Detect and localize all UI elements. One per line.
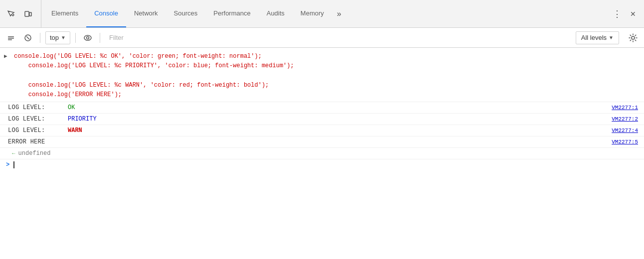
console-settings-icon[interactable] — [626, 31, 640, 45]
tab-memory[interactable]: Memory — [293, 0, 332, 27]
input-prompt: > — [6, 161, 9, 168]
code-line-3: console.log('LOG LEVEL: %c WARN', 'color… — [14, 81, 638, 90]
log-row-error: ERROR HERE VM2277:5 — [0, 136, 644, 147]
console-input-row[interactable]: > — [0, 159, 644, 170]
filter-input[interactable] — [105, 33, 305, 42]
devtools-menu-icon[interactable]: ⋮ — [610, 7, 624, 21]
tab-performance[interactable]: Performance — [205, 0, 258, 27]
console-code-input: ▶ console.log('LOG LEVEL: %c OK', 'color… — [0, 48, 644, 102]
tab-audits[interactable]: Audits — [259, 0, 293, 27]
log-source-ok[interactable]: VM2277:1 — [612, 105, 638, 111]
code-line-1: console.log('LOG LEVEL: %c OK', 'color: … — [14, 52, 638, 61]
expand-arrow-icon[interactable]: ▶ — [4, 53, 7, 59]
eye-icon[interactable] — [81, 31, 95, 45]
inspect-element-icon[interactable] — [4, 7, 18, 21]
tab-elements[interactable]: Elements — [43, 0, 86, 27]
input-cursor — [13, 161, 14, 168]
log-label-priority: LOG LEVEL: — [8, 116, 68, 123]
svg-rect-3 — [8, 38, 14, 39]
tab-console[interactable]: Console — [86, 0, 126, 27]
console-log-rows: LOG LEVEL: OK VM2277:1 LOG LEVEL: PRIORI… — [0, 102, 644, 148]
log-value-warn: WARN — [68, 127, 82, 134]
log-source-error[interactable]: VM2277:5 — [612, 139, 638, 145]
svg-point-7 — [84, 35, 91, 40]
levels-chevron-icon: ▼ — [609, 35, 614, 40]
log-label-error: ERROR HERE — [8, 138, 68, 145]
tab-bar: Elements Console Network Sources Perform… — [0, 0, 644, 28]
svg-line-6 — [26, 36, 29, 39]
undefined-text: undefined — [18, 150, 51, 157]
close-devtools-icon[interactable]: ✕ — [626, 7, 640, 21]
tab-network[interactable]: Network — [126, 0, 166, 27]
log-row-warn: LOG LEVEL: WARN VM2277:4 — [0, 125, 644, 136]
tab-sources[interactable]: Sources — [166, 0, 206, 27]
code-line-2: console.log('LOG LEVEL: %c PRIORITY', 'c… — [14, 61, 638, 71]
tab-end-icons: ⋮ ✕ — [610, 7, 640, 21]
svg-rect-0 — [25, 11, 29, 16]
log-row-priority: LOG LEVEL: PRIORITY VM2277:2 — [0, 114, 644, 125]
undefined-row: ← undefined — [0, 148, 644, 159]
toolbar-divider-2 — [75, 33, 76, 43]
log-source-warn[interactable]: VM2277:4 — [612, 128, 638, 133]
chevron-down-icon: ▼ — [61, 35, 66, 40]
svg-point-8 — [86, 36, 89, 39]
device-toolbar-icon[interactable] — [21, 7, 35, 21]
svg-point-9 — [632, 36, 635, 39]
svg-rect-2 — [8, 36, 14, 37]
log-value-priority: PRIORITY — [68, 116, 97, 123]
log-levels-selector[interactable]: All levels ▼ — [576, 31, 619, 44]
console-toolbar: top ▼ All levels ▼ — [0, 28, 644, 48]
toolbar-divider-3 — [100, 33, 100, 43]
code-line-4: console.log('ERROR HERE'); — [14, 90, 638, 100]
svg-rect-4 — [8, 39, 12, 40]
log-label-ok: LOG LEVEL: — [8, 104, 68, 111]
log-row-ok: LOG LEVEL: OK VM2277:1 — [0, 102, 644, 114]
console-content: ▶ console.log('LOG LEVEL: %c OK', 'color… — [0, 48, 644, 259]
devtools-icons — [4, 0, 41, 27]
log-value-ok: OK — [68, 104, 75, 111]
stop-recording-icon[interactable] — [21, 31, 35, 45]
more-tabs-button[interactable]: » — [332, 0, 346, 27]
svg-rect-1 — [29, 12, 31, 16]
context-selector[interactable]: top ▼ — [45, 31, 70, 44]
log-source-priority[interactable]: VM2277:2 — [612, 116, 638, 122]
return-arrow-icon: ← — [12, 150, 15, 156]
clear-console-icon[interactable] — [4, 31, 18, 45]
log-label-warn: LOG LEVEL: — [8, 127, 68, 134]
code-line-blank — [14, 71, 638, 80]
main-tabs: Elements Console Network Sources Perform… — [43, 0, 346, 27]
toolbar-divider-1 — [40, 33, 40, 43]
